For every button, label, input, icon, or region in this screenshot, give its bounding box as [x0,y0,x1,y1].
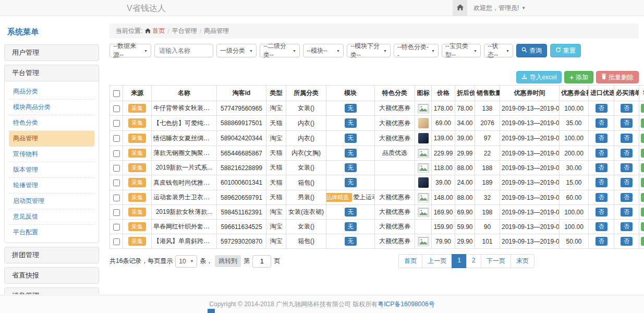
sidebar-panel-message-management[interactable]: 消息管理 [4,287,99,294]
status-badge[interactable]: 上架 [641,208,644,216]
import-select-toggle[interactable]: 否 [596,178,607,187]
must-buy-toggle[interactable]: 否 [621,134,633,142]
status-badge[interactable]: 上架 [641,149,644,158]
must-buy-toggle[interactable]: 否 [621,193,633,202]
pager-prev[interactable]: 上一页 [422,254,452,268]
sidebar-panel-label[interactable]: 消息管理 [5,288,99,294]
status-badge[interactable]: 上架 [641,222,644,231]
bulk-delete-button[interactable]: 批量删除 [596,71,639,83]
feature-cell [375,175,415,190]
must-buy-cell: 否 [614,116,639,131]
sidebar-item-feature-category[interactable]: 特色分类 [9,115,94,131]
must-buy-toggle[interactable]: 否 [621,163,633,172]
row-checkbox[interactable] [113,209,120,216]
sidebar-panel-label[interactable]: 拼团管理 [5,247,99,263]
status-badge[interactable]: 上架 [641,237,644,246]
add-button[interactable]: + 添加 [564,71,593,83]
status-badge[interactable]: 上架 [641,193,644,202]
filter-select-module[interactable]: --模块--▼ [303,44,344,57]
import-select-toggle[interactable]: 否 [596,208,607,216]
import-select-toggle[interactable]: 否 [596,237,607,246]
sidebar-item-feedback[interactable]: 意见反馈 [9,209,94,225]
row-checkbox[interactable] [113,238,120,245]
row-checkbox[interactable] [113,224,120,231]
row-checkbox[interactable] [113,179,120,186]
sidebar-item-promo-materials[interactable]: 宣传物料 [9,147,94,162]
breadcrumb-home-link[interactable]: 首页 [145,27,165,35]
filter-select-feature-category[interactable]: --特色分类--▼ [394,44,439,57]
status-badge[interactable]: 上架 [641,134,644,142]
page-number-input[interactable] [252,255,271,268]
breadcrumb-home-label: 首页 [152,27,165,35]
filter-select-item-type[interactable]: --宝贝类型--▼ [442,44,481,57]
module-none-badge: 无 [345,222,357,231]
sidebar-panel-label[interactable]: 用户管理 [5,45,99,61]
status-badge[interactable]: 上架 [641,163,644,172]
filter-select-module-sub-category[interactable]: --模块下分类--▼ [347,44,391,57]
sidebar-item-module-goods-category[interactable]: 模块商品分类 [9,100,94,115]
must-buy-cell: 否 [614,131,639,146]
sidebar-item-version-management[interactable]: 版本管理 [9,162,94,178]
row-checkbox[interactable] [113,120,120,127]
import-select-toggle[interactable]: 否 [596,222,607,231]
import-select-toggle[interactable]: 否 [596,118,607,127]
module-content: 无 [328,163,373,172]
sidebar-item-splash-page-management[interactable]: 启动页管理 [9,194,94,209]
query-button[interactable]: 查询 [516,44,547,57]
status-badge[interactable]: 上架 [641,118,644,127]
sidebar-panel-user-management[interactable]: 用户管理 [4,44,99,61]
sidebar-panel-saving-express[interactable]: 省直快报 [4,267,99,284]
name-cell: 情侣睡衣女夏丝绸男士... [152,131,217,146]
sidebar-panel-group-buy-management[interactable]: 拼团管理 [4,247,99,263]
filter-select-level1-category[interactable]: 一级分类▼ [216,44,257,57]
must-buy-toggle[interactable]: 否 [621,149,633,158]
status-badge[interactable]: 上架 [641,104,644,113]
per-page-select[interactable]: 10 ▼ [175,255,197,268]
select-all-checkbox[interactable] [113,90,120,97]
must-buy-toggle[interactable]: 否 [621,118,633,127]
row-checkbox[interactable] [113,150,120,157]
feature-cell: 大额优惠券 [375,205,415,220]
import-select-toggle[interactable]: 否 [596,134,607,142]
user-menu[interactable]: 欢迎您，管理员! ▼ [467,0,532,16]
home-nav-button[interactable] [453,0,467,16]
name-filter-input[interactable] [154,44,213,57]
import-select-toggle[interactable]: 否 [596,163,607,172]
import-select-toggle[interactable]: 否 [596,193,607,202]
icp-link[interactable]: 粤ICP备16098006号 [378,300,434,309]
filter-select-status[interactable]: --状态--▼ [484,44,513,57]
import-select-toggle[interactable]: 否 [596,104,607,113]
filter-select-data-source[interactable]: --数据来源--▼ [110,44,151,57]
sidebar-panel-label[interactable]: 平台管理 [5,65,99,81]
must-buy-toggle[interactable]: 否 [621,222,633,231]
sidebar-item-carousel-management[interactable]: 轮播管理 [9,178,94,194]
must-buy-toggle[interactable]: 否 [621,104,633,113]
pager-next[interactable]: 下一页 [481,254,511,268]
import-excel-button[interactable]: 导入excel [516,71,562,83]
row-checkbox[interactable] [113,165,120,172]
filter-select-level2-category[interactable]: --二级分类--▼ [260,44,300,57]
pager-first[interactable]: 首页 [398,254,422,268]
must-buy-toggle[interactable]: 否 [621,237,633,246]
sidebar-panel-label[interactable]: 省直快报 [5,268,99,283]
status-badge[interactable]: 上架 [641,178,644,187]
reset-button[interactable]: 重置 [550,44,581,57]
status-cell: 上架 [639,205,644,220]
pager-page-1[interactable]: 1 [452,254,467,268]
coupon-amount-cell: 100.00 [560,131,589,146]
module-none-badge: 无 [345,237,357,246]
sidebar-item-goods-management[interactable]: 商品管理 [9,131,94,147]
pager-page-2[interactable]: 2 [466,254,481,268]
sidebar-item-goods-category[interactable]: 商品分类 [9,84,94,100]
import-select-toggle[interactable]: 否 [596,149,607,158]
must-buy-toggle[interactable]: 否 [621,208,633,216]
row-checkbox[interactable] [113,105,120,112]
jump-button[interactable]: 跳转到 [215,255,241,267]
must-buy-toggle[interactable]: 否 [621,178,633,187]
row-checkbox[interactable] [113,135,120,142]
top-navbar: V省钱达人 欢迎您，管理员! ▼ [0,0,644,16]
pager-last[interactable]: 末页 [511,254,534,268]
row-checkbox[interactable] [113,195,120,201]
sidebar-item-platform-config[interactable]: 平台配置 [9,225,94,240]
table-row: 采集真皮钱包时尚优雅女士...601000601341天猫箱包()无39.002… [110,175,644,190]
